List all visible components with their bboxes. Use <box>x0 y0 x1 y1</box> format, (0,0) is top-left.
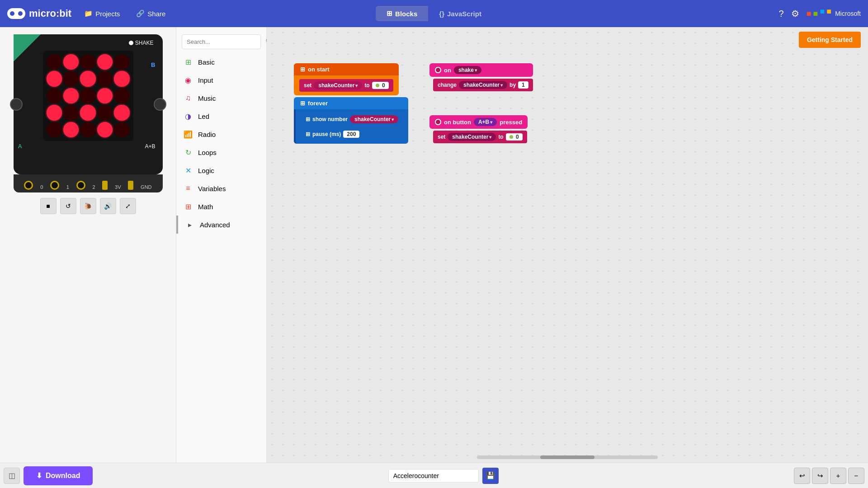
sidebar-item-music[interactable]: ♫ Music <box>176 89 266 107</box>
help-button[interactable]: ? <box>779 9 784 19</box>
forever-body: ⊞ show number shakeCounter ▾ ⊞ pause (ms… <box>294 109 408 144</box>
block-on-start[interactable]: ⊞ on start set shakeCounter ▾ to 0 <box>294 63 399 95</box>
project-name-input[interactable] <box>388 469 479 483</box>
main-area: SHAKE B <box>0 27 868 463</box>
share-button[interactable]: 🔗 Share <box>132 8 169 19</box>
led-0-0 <box>47 54 62 70</box>
workspace-scrollbar[interactable] <box>477 455 658 459</box>
loops-label: Loops <box>198 149 217 156</box>
led-4-4 <box>114 122 129 137</box>
on-start-header[interactable]: ⊞ on start <box>294 63 399 75</box>
save-project-button[interactable]: ◫ <box>4 468 20 484</box>
logo[interactable]: micro:bit <box>7 8 71 19</box>
on-button-event[interactable]: on button A+B ▾ pressed <box>429 115 528 129</box>
shake-dropdown-arrow: ▾ <box>475 68 477 73</box>
share-icon: 🔗 <box>136 9 145 18</box>
led-0-4 <box>114 54 129 70</box>
save-file-icon: 💾 <box>486 471 495 480</box>
change-var-chip[interactable]: shakeCounter ▾ <box>459 81 507 89</box>
show-number-block[interactable]: ⊞ show number shakeCounter ▾ <box>301 113 403 126</box>
pin-1-label: 1 <box>66 184 69 190</box>
download-button[interactable]: ⬇ Download <box>24 466 93 485</box>
tab-javascript[interactable]: {} JavaScript <box>428 6 492 21</box>
math-icon: ⊞ <box>184 202 193 211</box>
change-value-chip: 1 <box>518 81 528 89</box>
a-button-label: A <box>18 143 22 150</box>
pause-icon: ⊞ <box>306 131 310 137</box>
pause-value-chip: 200 <box>343 131 359 138</box>
block-forever[interactable]: ⊞ forever ⊞ show number shakeCounter ▾ ⊞… <box>294 97 408 144</box>
zoom-out-button[interactable]: − <box>848 468 864 484</box>
radio-icon: 📶 <box>184 130 193 139</box>
to-label-button: to <box>498 134 503 140</box>
undo-button[interactable]: ↩ <box>794 468 810 484</box>
block-on-button[interactable]: on button A+B ▾ pressed set shakeCounter… <box>429 115 528 143</box>
shake-circle <box>129 41 133 45</box>
getting-started-button[interactable]: Getting Started <box>799 32 861 48</box>
folder-icon: 📁 <box>84 9 93 18</box>
advanced-icon: ▸ <box>185 220 194 229</box>
header: micro:bit 📁 Projects 🔗 Share ⊞ Blocks {}… <box>0 0 868 27</box>
b-button-label: B <box>151 61 155 68</box>
projects-button[interactable]: 📁 Projects <box>80 8 123 19</box>
zoom-in-icon: + <box>836 472 840 479</box>
sidebar-item-input[interactable]: ◉ Input <box>176 71 266 89</box>
slow-mo-button[interactable]: 🐌 <box>80 198 96 214</box>
nav-left: 📁 Projects 🔗 Share <box>80 8 169 19</box>
sidebar-item-radio[interactable]: 📶 Radio <box>176 125 266 143</box>
restart-button[interactable]: ↺ <box>60 198 76 214</box>
save-project-icon: ◫ <box>9 471 15 480</box>
block-on-shake[interactable]: on shake ▾ change shakeCounter ▾ by <box>429 63 533 91</box>
pause-block[interactable]: ⊞ pause (ms) 200 <box>301 128 403 140</box>
shake-chip[interactable]: shake ▾ <box>454 66 481 74</box>
on-start-icon: ⊞ <box>300 66 305 73</box>
pause-label: pause (ms) <box>312 131 341 137</box>
set-block-start[interactable]: set shakeCounter ▾ to 0 <box>299 79 393 92</box>
button-var-dropdown: ▾ <box>489 135 491 140</box>
sidebar-item-led[interactable]: ◑ Led <box>176 107 266 125</box>
sidebar-item-math[interactable]: ⊞ Math <box>176 197 266 216</box>
button-chip[interactable]: A+B ▾ <box>474 118 497 126</box>
search-input[interactable] <box>187 38 263 45</box>
workspace-scrollbar-thumb[interactable] <box>540 455 594 459</box>
sound-button[interactable]: 🔊 <box>100 198 116 214</box>
sidebar-item-basic[interactable]: ⊞ Basic <box>176 53 266 71</box>
var-chip-start[interactable]: shakeCounter ▾ <box>314 81 362 89</box>
change-block[interactable]: change shakeCounter ▾ by 1 <box>433 79 533 91</box>
sidebar-item-advanced[interactable]: ▸ Advanced <box>176 216 266 234</box>
settings-button[interactable]: ⚙ <box>791 8 799 19</box>
on-shake-event[interactable]: on shake ▾ <box>429 63 533 77</box>
workspace[interactable]: ⊞ on start set shakeCounter ▾ to 0 <box>267 27 868 463</box>
sidebar-item-logic[interactable]: ✕ Logic <box>176 161 266 179</box>
variables-label: Variables <box>198 185 226 192</box>
right-bumper[interactable] <box>154 98 166 111</box>
show-number-label: show number <box>312 116 348 122</box>
tab-blocks[interactable]: ⊞ Blocks <box>376 6 428 21</box>
button-var-chip[interactable]: shakeCounter ▾ <box>448 133 496 141</box>
left-bumper[interactable] <box>10 98 23 111</box>
redo-button[interactable]: ↪ <box>812 468 828 484</box>
math-label: Math <box>198 203 213 211</box>
on-start-body: set shakeCounter ▾ to 0 <box>294 75 399 95</box>
fullscreen-button[interactable]: ⤢ <box>120 198 136 214</box>
logo-text: micro:bit <box>29 8 71 19</box>
music-icon: ♫ <box>184 94 193 103</box>
show-number-var[interactable]: shakeCounter ▾ <box>350 115 398 123</box>
pin-2[interactable] <box>76 181 85 190</box>
button-dropdown-arrow: ▾ <box>490 120 492 125</box>
forever-header[interactable]: ⊞ forever <box>294 97 408 109</box>
stop-button[interactable]: ■ <box>40 198 57 214</box>
set-block-button[interactable]: set shakeCounter ▾ to 0 <box>433 131 527 143</box>
sidebar-item-variables[interactable]: ≡ Variables <box>176 179 266 197</box>
on-start-label: on start <box>308 66 330 73</box>
pin-0[interactable] <box>24 181 33 190</box>
js-icon: {} <box>439 10 444 18</box>
zoom-in-button[interactable]: + <box>830 468 846 484</box>
pin-gnd-label: GND <box>141 184 151 190</box>
pin-1[interactable] <box>50 181 59 190</box>
input-label: Input <box>198 76 213 84</box>
loops-icon: ↻ <box>184 148 193 157</box>
save-file-button[interactable]: 💾 <box>482 468 499 484</box>
pin-3v <box>102 181 108 190</box>
sidebar-item-loops[interactable]: ↻ Loops <box>176 143 266 161</box>
